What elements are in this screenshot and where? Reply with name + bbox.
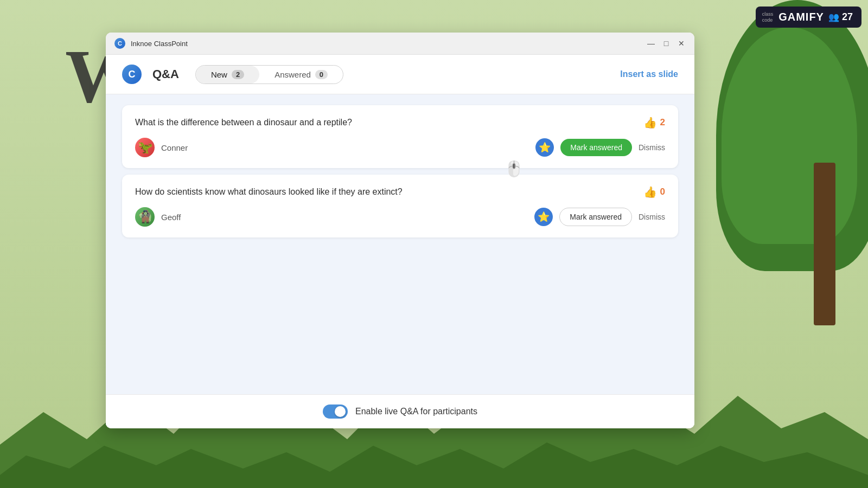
dismiss-button-1[interactable]: Dismiss bbox=[639, 143, 665, 152]
right-tree bbox=[694, 0, 868, 325]
student-name-geoff: Geoff bbox=[161, 213, 528, 222]
qa-heading: Q&A bbox=[152, 67, 179, 81]
tab-answered[interactable]: Answered 0 bbox=[259, 66, 343, 84]
window-controls: — □ ✕ bbox=[647, 39, 686, 48]
question-2-footer: 🧌 Geoff ⭐ Mark answered Dismiss bbox=[135, 207, 665, 227]
maximize-button[interactable]: □ bbox=[662, 39, 671, 48]
question-2-text: How do scientists know what dinosaurs lo… bbox=[135, 185, 643, 198]
tab-answered-label: Answered bbox=[275, 70, 311, 79]
questions-area: What is the difference between a dinosau… bbox=[106, 94, 694, 394]
tab-new-count: 2 bbox=[232, 70, 244, 79]
star-button-2[interactable]: ⭐ bbox=[534, 208, 553, 226]
student-name-conner: Conner bbox=[161, 143, 529, 152]
tree-trunk bbox=[814, 163, 835, 325]
insert-as-slide-button[interactable]: Insert as slide bbox=[620, 69, 678, 79]
window-title: Inknoe ClassPoint bbox=[131, 40, 641, 48]
live-qa-toggle[interactable] bbox=[323, 404, 348, 419]
app-icon: C bbox=[114, 38, 125, 49]
gamify-user-count: 👥 27 bbox=[828, 11, 853, 23]
tree-foliage-front bbox=[722, 27, 857, 244]
mark-answered-button-1[interactable]: Mark answered bbox=[560, 139, 632, 156]
question-1-footer: 🦖 Conner ⭐ Mark answered Dismiss bbox=[135, 138, 665, 157]
question-card-2: How do scientists know what dinosaurs lo… bbox=[122, 175, 678, 237]
star-button-1[interactable]: ⭐ bbox=[535, 138, 554, 157]
minimize-button[interactable]: — bbox=[647, 39, 655, 48]
gamify-title: GAMIFY bbox=[778, 11, 824, 23]
thumbsup-icon-2: 👍 bbox=[643, 185, 657, 198]
toggle-label: Enable live Q&A for participants bbox=[355, 407, 477, 416]
question-1-top: What is the difference between a dinosau… bbox=[135, 116, 665, 129]
tab-new[interactable]: New 2 bbox=[196, 66, 259, 84]
question-1-text: What is the difference between a dinosau… bbox=[135, 116, 643, 129]
title-bar: C Inknoe ClassPoint — □ ✕ bbox=[106, 33, 694, 55]
close-button[interactable]: ✕ bbox=[677, 39, 686, 48]
thumbsup-icon-1: 👍 bbox=[643, 116, 657, 129]
question-2-like-count: 0 bbox=[660, 187, 665, 197]
question-1-likes: 👍 2 bbox=[643, 116, 665, 129]
question-2-likes: 👍 0 bbox=[643, 185, 665, 198]
tab-group: New 2 Answered 0 bbox=[195, 65, 343, 84]
avatar-geoff: 🧌 bbox=[135, 207, 155, 227]
main-window: C Inknoe ClassPoint — □ ✕ C Q&A New 2 An… bbox=[106, 33, 694, 428]
users-icon: 👥 bbox=[828, 12, 839, 22]
tab-new-label: New bbox=[211, 70, 227, 79]
toggle-knob bbox=[335, 406, 346, 417]
question-card-1: What is the difference between a dinosau… bbox=[122, 105, 678, 168]
question-2-top: How do scientists know what dinosaurs lo… bbox=[135, 185, 665, 198]
gamify-badge: class code GAMIFY 👥 27 bbox=[756, 7, 861, 28]
mark-answered-button-2[interactable]: Mark answered bbox=[559, 208, 632, 226]
class-code-label: class code bbox=[762, 11, 774, 23]
question-1-like-count: 2 bbox=[660, 117, 665, 128]
footer-area: Enable live Q&A for participants bbox=[106, 394, 694, 428]
avatar-conner-emoji: 🦖 bbox=[138, 140, 152, 155]
avatar-geoff-emoji: 🧌 bbox=[138, 210, 152, 224]
app-logo: C bbox=[122, 65, 142, 84]
main-content: C Q&A New 2 Answered 0 Insert as slide W… bbox=[106, 55, 694, 428]
header: C Q&A New 2 Answered 0 Insert as slide bbox=[106, 55, 694, 94]
tab-answered-count: 0 bbox=[315, 70, 328, 79]
avatar-conner: 🦖 bbox=[135, 138, 155, 157]
dismiss-button-2[interactable]: Dismiss bbox=[639, 213, 665, 221]
